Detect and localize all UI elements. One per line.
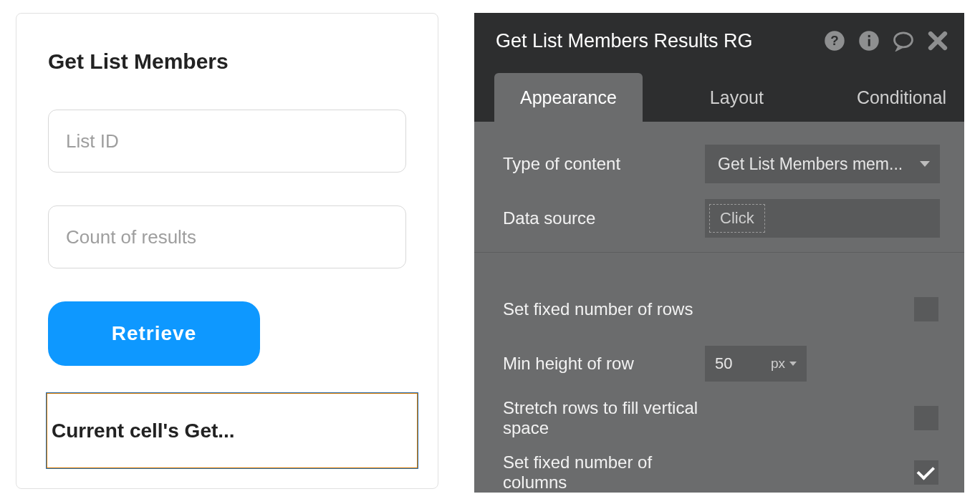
- min-height-row: Min height of row px: [503, 343, 940, 384]
- list-id-input[interactable]: [48, 110, 406, 173]
- svg-rect-4: [868, 35, 870, 37]
- fixed-cols-row: Set fixed number of columns: [503, 452, 940, 493]
- svg-rect-3: [868, 39, 870, 47]
- tab-conditional[interactable]: Conditional: [831, 73, 964, 122]
- unit-label: px: [771, 356, 785, 372]
- cell-text: Current cell's Get...: [52, 420, 235, 442]
- data-source-label: Data source: [503, 208, 595, 228]
- retrieve-button[interactable]: Retrieve: [48, 301, 260, 366]
- data-source-value: Click: [709, 204, 765, 233]
- divider: [474, 252, 964, 253]
- help-icon[interactable]: ?: [824, 30, 845, 52]
- min-height-input[interactable]: [705, 346, 761, 382]
- property-editor: Get List Members Results RG ? Appearance…: [474, 13, 964, 493]
- panel-header-icons: ?: [824, 30, 948, 52]
- form-card: Get List Members Retrieve Current cell's…: [16, 13, 438, 489]
- data-source-row: Data source Click: [503, 198, 940, 239]
- chevron-down-icon: [789, 362, 797, 366]
- type-of-content-row: Type of content Get List Members mem...: [503, 143, 940, 185]
- min-height-label: Min height of row: [503, 354, 634, 374]
- type-of-content-label: Type of content: [503, 154, 620, 174]
- stretch-label: Stretch rows to fill vertical space: [503, 398, 726, 438]
- close-icon[interactable]: [927, 30, 948, 52]
- comment-icon[interactable]: [893, 30, 914, 52]
- stretch-checkbox[interactable]: [914, 406, 938, 430]
- type-of-content-value: Get List Members mem...: [718, 155, 903, 174]
- count-input[interactable]: [48, 205, 406, 268]
- form-title: Get List Members: [48, 49, 406, 74]
- fixed-rows-label: Set fixed number of rows: [503, 299, 693, 319]
- panel-header: Get List Members Results RG ?: [474, 13, 964, 69]
- fixed-cols-label: Set fixed number of columns: [503, 452, 713, 493]
- panel-tabs: Appearance Layout Conditional: [474, 69, 964, 122]
- fixed-cols-checkbox[interactable]: [914, 460, 938, 485]
- fixed-rows-row: Set fixed number of rows: [503, 289, 940, 330]
- repeating-group-cell[interactable]: Current cell's Get...: [47, 393, 418, 468]
- fixed-rows-checkbox[interactable]: [914, 297, 938, 321]
- min-height-unit-select[interactable]: px: [761, 346, 807, 382]
- info-icon[interactable]: [858, 30, 880, 52]
- tab-appearance[interactable]: Appearance: [494, 73, 643, 122]
- svg-point-5: [895, 33, 913, 47]
- data-source-field[interactable]: Click: [705, 199, 940, 238]
- stretch-row: Stretch rows to fill vertical space: [503, 397, 940, 439]
- panel-title: Get List Members Results RG: [496, 30, 753, 52]
- type-of-content-select[interactable]: Get List Members mem...: [705, 145, 940, 183]
- tab-layout[interactable]: Layout: [684, 73, 789, 122]
- panel-body: Type of content Get List Members mem... …: [474, 122, 964, 493]
- svg-text:?: ?: [830, 33, 838, 48]
- chevron-down-icon: [920, 161, 930, 167]
